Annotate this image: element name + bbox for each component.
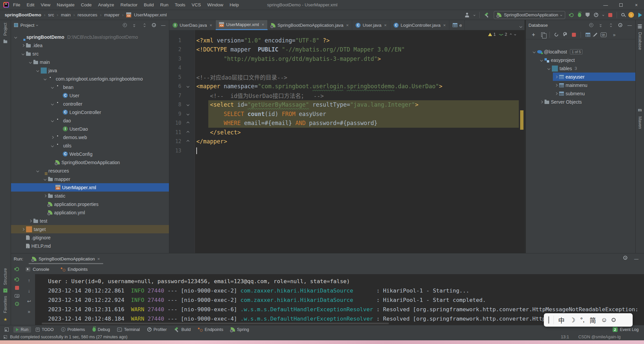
tree-row-easyproject[interactable]: easyproject xyxy=(526,56,635,64)
tree-row-test[interactable]: test xyxy=(11,217,169,225)
structure-stripe-tab[interactable]: Structure xyxy=(3,268,8,285)
rerun-application-icon[interactable] xyxy=(15,277,19,281)
chevron-down-icon[interactable] xyxy=(21,52,24,55)
menu-analyze[interactable]: Analyze xyxy=(98,2,114,7)
tree-row-target[interactable]: target xyxy=(11,225,169,233)
chevron-down-icon[interactable] xyxy=(14,35,17,38)
ime-item[interactable]: 简 xyxy=(590,316,596,325)
console-settings-icon[interactable] xyxy=(15,302,19,306)
scroll-up-icon[interactable] xyxy=(26,277,32,283)
tree-row-UserDao[interactable]: UserDao xyxy=(11,125,169,133)
coverage-button[interactable] xyxy=(586,13,590,17)
event-log-button[interactable]: 2 Event Log xyxy=(613,327,639,332)
tree-row-resources[interactable]: resources xyxy=(11,166,169,175)
prev-warning-icon[interactable] xyxy=(510,33,512,35)
tree-row-mainmenu[interactable]: mainmenu xyxy=(526,81,635,89)
favorites-stripe-tab[interactable]: Favorites xyxy=(3,296,8,313)
gear-icon[interactable] xyxy=(152,23,156,27)
close-tab-icon[interactable]: × xyxy=(384,23,387,28)
chevron-down-icon[interactable] xyxy=(36,69,39,72)
breadcrumb-item[interactable]: mapper xyxy=(104,12,120,17)
tree-row-application.properties[interactable]: application.properties xyxy=(11,200,169,208)
chevron-down-icon[interactable] xyxy=(29,61,31,63)
tree-row-static[interactable]: static xyxy=(11,192,169,200)
run-settings-gear-icon[interactable] xyxy=(623,256,627,260)
search-everywhere-icon[interactable] xyxy=(621,13,625,16)
menu-window[interactable]: Window xyxy=(207,2,223,7)
menu-refactor[interactable]: Refactor xyxy=(121,2,138,7)
snapshot-icon[interactable] xyxy=(15,294,19,298)
tree-row-ServerObjects[interactable]: Server Objects xyxy=(526,98,635,106)
tree-row-controller[interactable]: controller xyxy=(11,100,169,108)
menu-edit[interactable]: Edit xyxy=(27,2,34,7)
code-line-4[interactable]: 4 xyxy=(169,64,524,73)
ime-item[interactable]: ☽ xyxy=(570,316,575,324)
collapse-all-icon[interactable] xyxy=(142,22,148,28)
tree-row-com.springboot.userlogin.springbootdemo[interactable]: com.springboot.userlogin.springbootdemo xyxy=(11,75,169,83)
inspections-widget[interactable]: 1 2 xyxy=(488,32,516,37)
close-tab-icon[interactable]: × xyxy=(346,23,349,28)
menu-view[interactable]: View xyxy=(41,2,50,7)
menu-tools[interactable]: Tools xyxy=(175,2,186,7)
chevron-down-icon[interactable] xyxy=(540,59,543,61)
menu-file[interactable]: File xyxy=(13,2,20,7)
query-console-icon[interactable] xyxy=(601,32,607,37)
chevron-down-icon[interactable] xyxy=(187,103,189,106)
database-stripe-tab[interactable]: Database xyxy=(638,32,642,50)
gear-icon[interactable] xyxy=(618,23,622,27)
update-notification-icon[interactable] xyxy=(628,12,634,18)
tree-row-@localhost[interactable]: @localhost1 of 5 xyxy=(526,47,635,56)
ime-item[interactable]: 中 xyxy=(558,316,565,325)
status-icon[interactable] xyxy=(4,335,7,339)
expand-all-icon[interactable] xyxy=(131,22,137,28)
editor-tab-LoginController.java[interactable]: LoginController.java× xyxy=(390,20,449,30)
toolwindow-button-debug[interactable]: Debug xyxy=(90,327,113,333)
collapse-all-icon[interactable] xyxy=(608,22,614,28)
tree-row-WebConfig[interactable]: WebConfig xyxy=(11,150,169,158)
breadcrumb-item[interactable]: springBootDemo xyxy=(5,12,41,17)
soft-wrap-icon[interactable] xyxy=(26,298,32,304)
duplicate-icon[interactable] xyxy=(541,32,545,37)
chevron-down-icon[interactable] xyxy=(187,85,189,88)
code-line-2[interactable]: 2<!DOCTYPE mapper PUBLIC "-//mybatis.org… xyxy=(169,45,524,54)
code-line-9[interactable]: 9 SELECT count(id) FROM easyUser xyxy=(169,109,524,119)
close-tab-icon[interactable]: × xyxy=(210,23,212,28)
code-line-7[interactable]: 7 <!-- id值为UserDao接口方法名； --> xyxy=(169,91,524,100)
chevron-down-icon[interactable] xyxy=(51,119,53,122)
chevron-right-icon[interactable] xyxy=(540,100,543,103)
table-icon[interactable] xyxy=(586,33,590,37)
project-pane-title[interactable]: Project xyxy=(20,23,34,28)
toolwindow-button-endpoints[interactable]: Endpoints xyxy=(195,327,226,333)
maven-stripe-tab[interactable]: Maven xyxy=(638,116,642,129)
chevron-down-icon[interactable] xyxy=(51,102,53,105)
code-lines[interactable]: 1<?xml version="1.0" encoding="UTF-8" ?>… xyxy=(169,36,524,155)
maximize-window-button[interactable] xyxy=(613,0,629,10)
code-line-10[interactable]: 10 WHERE email=#{email} AND password=#{p… xyxy=(169,119,524,128)
tree-row-demos.web[interactable]: demos.web xyxy=(11,133,169,141)
tree-row-java[interactable]: java xyxy=(11,66,169,75)
edit-icon[interactable] xyxy=(594,33,597,36)
tree-row-User[interactable]: User xyxy=(11,91,169,100)
stop-process-icon[interactable] xyxy=(15,286,19,290)
toolwindow-button-profiler[interactable]: Profiler xyxy=(145,327,170,333)
toolwindow-button-problems[interactable]: Problems xyxy=(58,327,88,333)
tree-row-.gitignore[interactable]: .gitignore xyxy=(11,233,169,242)
run-button[interactable] xyxy=(570,13,574,17)
stop-button[interactable] xyxy=(608,13,612,17)
tree-row-src[interactable]: src xyxy=(11,49,169,58)
toolwindow-button-run[interactable]: Run xyxy=(13,327,31,333)
breadcrumb-item[interactable]: resources xyxy=(77,12,97,17)
breadcrumb-item[interactable]: main xyxy=(61,12,71,17)
code-line-12[interactable]: 12</mapper> xyxy=(169,137,524,146)
chevron-right-icon[interactable] xyxy=(555,84,557,86)
chevron-down-icon[interactable] xyxy=(51,86,53,88)
editor-tab-UserDao.java[interactable]: UserDao.java× xyxy=(169,20,216,30)
user-icon[interactable] xyxy=(465,13,469,17)
toolwindow-button-build[interactable]: Build xyxy=(171,326,193,333)
tree-row-LoginController[interactable]: LoginController xyxy=(11,108,169,116)
caret-position[interactable]: 13:1 xyxy=(561,335,569,339)
run-panel-tab-console[interactable]: Console xyxy=(22,265,53,273)
breadcrumb-item[interactable]: src xyxy=(48,12,54,17)
rerun-icon[interactable] xyxy=(15,267,19,271)
horizontal-scrollbar[interactable] xyxy=(42,323,389,324)
